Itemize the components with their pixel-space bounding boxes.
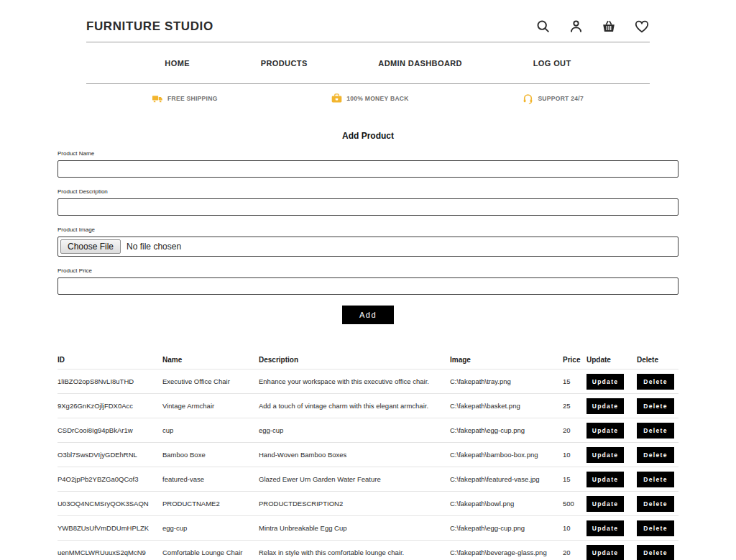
delete-button[interactable]: Delete [637,496,674,512]
cell-id: 9Xg26GnKzOjljFDX0Acc [58,402,162,410]
cell-description: Mintra Unbreakable Egg Cup [259,524,450,532]
cell-name: cup [162,426,259,434]
cell-name: egg-cup [162,524,259,532]
cell-price: 15 [563,475,586,483]
page: FURNITURE STUDIO [0,0,736,560]
product-image-label: Product Image [58,226,678,233]
cell-name: Vintage Armchair [162,402,259,410]
main-nav: HOME PRODUCTS ADMIN DASHBOARD LOG OUT [86,42,650,83]
add-button[interactable]: Add [342,306,394,324]
brand-logo[interactable]: FURNITURE STUDIO [86,19,213,34]
cell-image: C:\fakepath\bowl.png [450,500,563,508]
feature-label: 100% MONEY BACK [346,95,409,102]
nav-products[interactable]: PRODUCTS [261,59,308,68]
cell-image: C:\fakepath\bamboo-box.png [450,451,563,459]
cell-description: Enhance your workspace with this executi… [259,377,450,385]
add-product-title: Add Product [58,131,678,141]
cell-price: 10 [563,524,586,532]
update-button[interactable]: Update [586,520,624,536]
add-product-form: Product Name Product Description Product… [58,150,678,324]
delete-button[interactable]: Delete [637,545,674,560]
cell-id: CSDrCooi8Ig94pBkAr1w [58,426,162,434]
product-name-label: Product Name [58,150,678,157]
cell-image: C:\fakepath\featured-vase.jpg [450,475,563,483]
delete-button[interactable]: Delete [637,447,674,463]
nav-home[interactable]: HOME [165,59,190,68]
cell-image: C:\fakepath\tray.png [450,377,563,385]
update-button[interactable]: Update [586,447,624,463]
table-row: O3bl7SwsDVIjyGDEhRNL Bamboo Boxe Hand-Wo… [58,443,678,467]
header-icons [535,19,650,35]
product-image-file-input[interactable]: Choose File No file chosen [58,237,678,257]
money-back-icon [331,93,342,104]
product-description-label: Product Description [58,188,678,195]
feature-free-shipping: FREE SHIPPING [152,93,218,104]
search-icon[interactable] [535,19,551,35]
nav-admin-dashboard[interactable]: ADMIN DASHBOARD [378,59,462,68]
update-button[interactable]: Update [586,496,624,512]
table-row: CSDrCooi8Ig94pBkAr1w cup egg-cup C:\fake… [58,418,678,443]
col-header-name: Name [162,356,259,364]
cell-description: egg-cup [259,426,450,434]
cell-price: 10 [563,451,586,459]
product-description-input[interactable] [58,198,678,216]
cell-price: 20 [563,548,586,556]
cell-price: 25 [563,402,586,410]
table-row: YWB8ZUsUfVmDDUmHPLZK egg-cup Mintra Unbr… [58,516,678,541]
cell-name: PRODUCTNAME2 [162,500,259,508]
cell-image: C:\fakepath\basket.png [450,402,563,410]
cell-id: 1liBZO2opS8NvLI8uTHD [58,377,162,385]
update-button[interactable]: Update [586,472,624,487]
choose-file-button[interactable]: Choose File [60,239,121,254]
col-header-image: Image [450,356,563,364]
cart-icon[interactable] [601,19,617,35]
main-content: Add Product Product Name Product Descrip… [58,131,678,560]
col-header-price: Price [563,356,586,364]
update-button[interactable]: Update [586,423,624,439]
table-row: P4O2jpPb2YBZGa0QCof3 featured-vase Glaze… [58,467,678,492]
cell-description: PRODUCTDESCRIPTION2 [259,500,450,508]
truck-icon [152,93,163,104]
file-status-text: No file chosen [126,242,181,252]
col-header-update: Update [586,356,637,364]
cell-description: Hand-Woven Bamboo Boxes [259,451,450,459]
account-icon[interactable] [568,19,584,35]
delete-button[interactable]: Delete [637,520,674,536]
features-strip: FREE SHIPPING 100% MONEY BACK [152,84,584,113]
products-table: ID Name Description Image Price Update D… [58,350,678,560]
headset-icon [523,93,533,104]
col-header-id: ID [58,356,162,364]
feature-label: FREE SHIPPING [167,95,218,102]
cell-price: 20 [563,426,586,434]
col-header-delete: Delete [637,356,678,364]
cell-image: C:\fakepath\egg-cup.png [450,426,563,434]
cell-id: P4O2jpPb2YBZGa0QCof3 [58,475,162,483]
delete-button[interactable]: Delete [637,398,674,414]
cell-description: Relax in style with this comfortable lou… [259,548,450,556]
cell-description: Glazed Ewer Urn Garden Water Feature [259,475,450,483]
cell-description: Add a touch of vintage charm with this e… [259,402,450,410]
delete-button[interactable]: Delete [637,374,674,390]
update-button[interactable]: Update [586,374,624,390]
delete-button[interactable]: Delete [637,423,674,439]
table-row: uenMMCLWRUuuxS2qMcN9 Comfortable Lounge … [58,541,678,560]
table-row: 9Xg26GnKzOjljFDX0Acc Vintage Armchair Ad… [58,394,678,418]
wishlist-heart-icon[interactable] [634,19,650,35]
header: FURNITURE STUDIO [86,0,650,42]
feature-support: SUPPORT 24/7 [523,93,584,104]
delete-button[interactable]: Delete [637,472,674,487]
cell-name: Executive Office Chair [162,377,259,385]
cell-image: C:\fakepath\beverage-glass.png [450,548,563,556]
nav-log-out[interactable]: LOG OUT [533,59,571,68]
cell-price: 500 [563,500,586,508]
product-price-input[interactable] [58,277,678,295]
cell-name: Comfortable Lounge Chair [162,548,259,556]
cell-name: featured-vase [162,475,259,483]
cell-id: YWB8ZUsUfVmDDUmHPLZK [58,524,162,532]
product-name-input[interactable] [58,160,678,178]
update-button[interactable]: Update [586,545,624,560]
cell-image: C:\fakepath\egg-cup.png [450,524,563,532]
table-row: U03OQ4NCMSryQOK3SAQN PRODUCTNAME2 PRODUC… [58,492,678,516]
update-button[interactable]: Update [586,398,624,414]
cell-id: O3bl7SwsDVIjyGDEhRNL [58,451,162,459]
